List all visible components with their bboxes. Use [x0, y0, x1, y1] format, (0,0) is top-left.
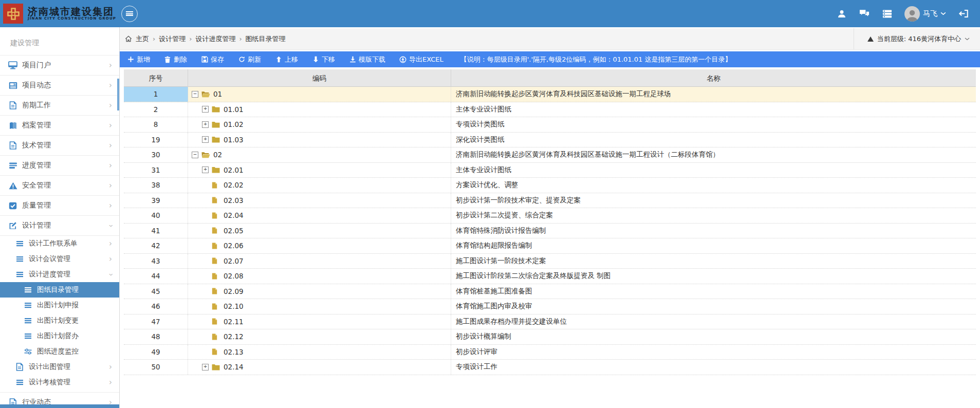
- expand-icon[interactable]: +: [202, 364, 209, 370]
- chevron-down-icon: [940, 12, 946, 15]
- sidebar-item-label: 设计出图管理: [29, 362, 109, 372]
- table-row[interactable]: 4202.06体育馆结构超限报告编制: [124, 238, 976, 254]
- sidebar-item-plan-supervise[interactable]: 出图计划督办: [0, 328, 119, 344]
- sidebar-item-design-work-contact[interactable]: 设计工作联系单›: [0, 236, 119, 251]
- table-row[interactable]: 4402.08施工图设计阶段第二次综合定案及终版提资及 制图: [124, 269, 976, 284]
- row-code-cell: −01: [188, 87, 451, 102]
- catalog-table: 序号 编码 名称 1−01济南新旧动能转换起步区黄河体育及科技园区基础设施一期工…: [124, 69, 976, 375]
- move-up-button[interactable]: 上移: [275, 55, 298, 64]
- table-row[interactable]: 50+02.14专项设计工作: [124, 360, 976, 375]
- table-row[interactable]: 19+01.03深化设计类图纸: [124, 133, 976, 148]
- row-name: 初步设计第一阶段技术审定、提资及定案: [451, 193, 976, 208]
- template-download-button[interactable]: 模版下载: [349, 55, 385, 64]
- table-row[interactable]: 4302.07施工图设计第一阶段技术定案: [124, 254, 976, 269]
- sidebar-item-label: 前期工作: [22, 101, 109, 110]
- sidebar-item-label: 技术管理: [22, 141, 109, 150]
- table-row[interactable]: 2+01.01主体专业设计图纸: [124, 102, 976, 118]
- table-row[interactable]: 30−02济南新旧动能转换起步区黄河体育及科技园区基础设施一期工程设计（二标段体…: [124, 147, 976, 163]
- sidebar-item-drawing-progress-monitor[interactable]: 图纸进度监控: [0, 344, 119, 359]
- breadcrumb-item[interactable]: 设计管理: [159, 34, 186, 44]
- breadcrumb-bar: 主页›设计管理›设计进度管理›图纸目录管理 当前层级: 416黄河体育中心: [120, 28, 980, 50]
- expand-icon[interactable]: +: [202, 166, 209, 173]
- collapse-icon[interactable]: −: [192, 91, 198, 98]
- save-button[interactable]: 保存: [201, 55, 224, 64]
- sidebar-item-label: 项目门户: [22, 61, 109, 70]
- table-row[interactable]: 4502.09体育馆桩基施工图准备图: [124, 284, 976, 300]
- sidebar-item-design-output-mgmt[interactable]: 设计出图管理›: [0, 359, 119, 375]
- row-name: 初步设计评审: [451, 345, 976, 360]
- user-menu[interactable]: 马飞: [904, 6, 946, 22]
- sidebar-item-safety-mgmt[interactable]: 安全管理›: [0, 176, 119, 196]
- table-row[interactable]: 8+01.02专项设计类图纸: [124, 117, 976, 133]
- add-button[interactable]: 新增: [127, 55, 150, 64]
- sidebar-item-plan-declare[interactable]: 出图计划申报: [0, 298, 119, 313]
- column-header-code: 编码: [188, 69, 451, 87]
- chevron-down-icon: [965, 38, 970, 41]
- table-row[interactable]: 4902.13初步设计评审: [124, 345, 976, 360]
- delete-button[interactable]: 删除: [164, 55, 187, 64]
- row-code: 02.07: [224, 257, 244, 265]
- table-row[interactable]: 4802.12初步设计概算编制: [124, 329, 976, 345]
- table-row[interactable]: 3802.02方案设计优化、调整: [124, 178, 976, 193]
- collapse-icon[interactable]: −: [192, 152, 198, 158]
- toolbar: 新增删除保存刷新上移下移模版下载导出EXCEL【说明：每层级目录用'.'隔开,每…: [120, 51, 980, 67]
- sidebar-item-archive-mgmt[interactable]: 档案管理›: [0, 116, 119, 136]
- sidebar-item-preliminary-work[interactable]: 前期工作›: [0, 96, 119, 116]
- sidebar-section-label: 建设管理: [0, 27, 119, 55]
- refresh-button[interactable]: 刷新: [238, 55, 261, 64]
- row-seq: 1: [124, 87, 188, 102]
- trash-icon: [164, 56, 171, 63]
- row-seq: 42: [124, 238, 188, 253]
- breadcrumb-item[interactable]: 图纸目录管理: [246, 34, 286, 44]
- table-row[interactable]: 4002.04初步设计第二次提资、综合定案: [124, 208, 976, 224]
- sidebar-item-project-portal[interactable]: 项目门户›: [0, 55, 119, 76]
- table-row[interactable]: 4702.11施工图成果存档办理并提交建设单位: [124, 314, 976, 330]
- breadcrumb-item[interactable]: 设计进度管理: [195, 34, 235, 44]
- sidebar-item-quality-mgmt[interactable]: 质量管理›: [0, 196, 119, 216]
- row-code: 02.03: [224, 196, 244, 205]
- sidebar-item-plan-change[interactable]: 出图计划变更: [0, 313, 119, 328]
- export-excel-button[interactable]: 导出EXCEL: [399, 55, 443, 64]
- sidebar-item-design-meeting-mgmt[interactable]: 设计会议管理›: [0, 251, 119, 267]
- folder-icon: [212, 136, 220, 143]
- current-level-selector[interactable]: 当前层级: 416黄河体育中心: [854, 28, 980, 49]
- sidebar-item-tech-mgmt[interactable]: 技术管理›: [0, 136, 119, 156]
- sidebar-item-design-assess-mgmt[interactable]: 设计考核管理›: [0, 375, 119, 390]
- sidebar-item-design-progress-mgmt[interactable]: 设计进度管理›: [0, 267, 119, 282]
- table-row[interactable]: 3902.03初步设计第一阶段技术审定、提资及定案: [124, 193, 976, 209]
- row-seq: 45: [124, 284, 188, 299]
- menu-lines-icon: [15, 270, 24, 279]
- row-code-cell: −02: [188, 147, 451, 162]
- table-row[interactable]: 1−01济南新旧动能转换起步区黄河体育及科技园区基础设施一期工程足球场: [124, 87, 976, 102]
- sidebar-item-project-news[interactable]: 项目动态›: [0, 76, 119, 96]
- sidebar-toggle-button[interactable]: [121, 6, 138, 22]
- file-icon: [212, 242, 220, 249]
- messages-icon[interactable]: [859, 9, 870, 19]
- monitor-icon: [8, 61, 17, 69]
- sidebar-scrollbar[interactable]: [117, 79, 119, 110]
- user-icon[interactable]: [837, 9, 847, 19]
- folder-icon: [212, 121, 220, 128]
- doc-icon: [15, 363, 24, 371]
- task-list-icon[interactable]: [882, 9, 892, 19]
- move-down-button[interactable]: 下移: [312, 55, 335, 64]
- sidebar-item-design-mgmt[interactable]: 设计管理›: [0, 216, 119, 236]
- expand-icon[interactable]: +: [202, 106, 209, 113]
- row-name: 专项设计类图纸: [451, 117, 976, 132]
- file-icon: [212, 181, 220, 189]
- sidebar-item-drawing-catalog-mgmt[interactable]: 图纸目录管理: [0, 282, 119, 298]
- sidebar-item-label: 出图计划变更: [37, 316, 112, 325]
- table-row[interactable]: 4102.05体育馆特殊消防设计报告编制: [124, 224, 976, 239]
- expand-icon[interactable]: +: [202, 121, 209, 128]
- logout-icon[interactable]: [958, 9, 969, 19]
- table-row[interactable]: 31+02.01主体专业设计图纸: [124, 163, 976, 178]
- chevron-down-icon: ›: [107, 224, 115, 227]
- row-code: 01: [213, 90, 222, 98]
- sidebar-item-progress-mgmt[interactable]: 进度管理›: [0, 156, 119, 176]
- row-code: 02.13: [224, 348, 244, 356]
- table-row[interactable]: 4602.10体育馆施工图内审及校审: [124, 299, 976, 314]
- expand-icon[interactable]: +: [202, 136, 209, 143]
- breadcrumb-separator: ›: [239, 35, 242, 43]
- breadcrumb-item[interactable]: 主页: [136, 34, 149, 44]
- brand-text: 济南城市建设集团 JINAN CITY CONSTRUCTION GROUP: [28, 6, 116, 21]
